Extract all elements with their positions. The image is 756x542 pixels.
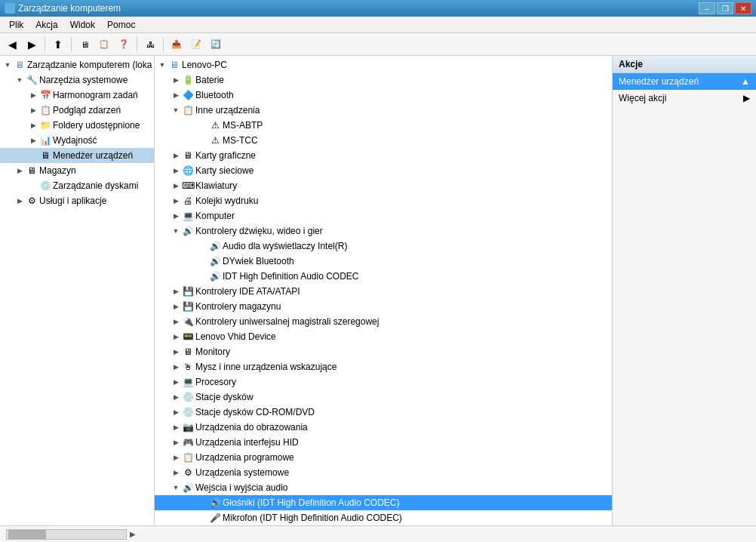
mid-item-drives[interactable]: ▶ 💿 Stacje dysków: [155, 390, 612, 405]
mid-item-mstcc[interactable]: ⚠ MS-TCC: [155, 133, 612, 148]
action-more[interactable]: Więcej akcji ▶: [613, 90, 756, 106]
minimize-button[interactable]: –: [699, 2, 715, 14]
bluetooth-icon: 🔷: [182, 89, 194, 101]
mid-item-mouse[interactable]: ▶ 🖱 Mysz i inne urządzenia wskazujące: [155, 359, 612, 374]
mid-item-keyboard[interactable]: ▶ ⌨ Klawiatury: [155, 178, 612, 193]
left-item-disk[interactable]: 💿 Zarządzanie dyskami: [0, 178, 154, 193]
expand-graphics[interactable]: ▶: [170, 149, 182, 162]
expand-software-dev[interactable]: ▶: [170, 451, 182, 463]
left-item-storage[interactable]: ▶ 🖥 Magazyn: [0, 163, 154, 178]
mid-item-software-dev[interactable]: ▶ 📋 Urządzenia programowe: [155, 450, 612, 465]
mid-item-cdrom[interactable]: ▶ 💿 Stacje dysków CD-ROM/DVD: [155, 405, 612, 420]
expand-device-manager[interactable]: [27, 149, 39, 162]
mid-item-other-devices[interactable]: ▼ 📋 Inne urządzenia: [155, 103, 612, 118]
menu-view[interactable]: Widok: [64, 18, 101, 32]
back-button[interactable]: ◀: [3, 35, 21, 54]
mid-item-lenovo-vhid[interactable]: ▶ 📟 Lenovo Vhid Device: [155, 329, 612, 344]
mid-item-network[interactable]: ▶ 🌐 Karty sieciowe: [155, 163, 612, 178]
expand-msabtp: [197, 119, 209, 131]
left-item-events[interactable]: ▶ 📋 Podgląd zdarzeń: [0, 103, 154, 118]
expand-usb[interactable]: ▶: [170, 316, 182, 328]
storage-icon: 🖥: [26, 165, 38, 177]
up-button[interactable]: ⬆: [49, 35, 67, 54]
expand-root[interactable]: ▼: [2, 59, 14, 71]
left-root[interactable]: ▼ 🖥 Zarządzanie komputerem (loka: [0, 57, 154, 72]
menu-help[interactable]: Pomoc: [101, 18, 141, 32]
mid-item-hid[interactable]: ▶ 🎮 Urządzenia interfejsu HID: [155, 435, 612, 450]
expand-bluetooth[interactable]: ▶: [170, 89, 182, 101]
mid-item-audio-ctrl[interactable]: ▼ 🔊 Kontrolery dźwięku, wideo i gier: [155, 223, 612, 239]
scroll-right-btn[interactable]: ▶: [127, 528, 139, 540]
mid-item-bt-audio[interactable]: 🔊 DYwiek Bluetooth: [155, 254, 612, 269]
left-item-scheduler[interactable]: ▶ 📅 Harmonogram zadań: [0, 88, 154, 103]
left-item-services[interactable]: ▶ ⚙ Usługi i aplikacje: [0, 193, 154, 208]
mid-item-sys-dev[interactable]: ▶ ⚙ Urządzenia systemowe: [155, 465, 612, 480]
refresh-button[interactable]: 🔄: [207, 35, 225, 54]
left-item-performance[interactable]: ▶ 📊 Wydajność: [0, 133, 154, 148]
scrollbar-thumb[interactable]: [8, 530, 46, 539]
menu-action[interactable]: Akcja: [29, 18, 63, 32]
expand-storage[interactable]: ▶: [14, 165, 26, 177]
close-button[interactable]: ✕: [735, 2, 751, 14]
expand-computer[interactable]: ▶: [170, 210, 182, 222]
mid-item-usb[interactable]: ▶ 🔌 Kontrolery uniwersalnej magistrali s…: [155, 314, 612, 329]
expand-keyboard[interactable]: ▶: [170, 180, 182, 192]
expand-mouse[interactable]: ▶: [170, 361, 182, 373]
mid-item-imaging[interactable]: ▶ 📷 Urządzenia do obrazowania: [155, 420, 612, 435]
mid-item-msabtp[interactable]: ⚠ MS-ABTP: [155, 118, 612, 133]
expand-ide[interactable]: ▶: [170, 285, 182, 297]
properties-button[interactable]: 📋: [95, 35, 113, 54]
forward-button[interactable]: ▶: [23, 35, 41, 54]
expand-other-devices[interactable]: ▼: [170, 104, 182, 116]
mid-item-monitors[interactable]: ▶ 🖥 Monitory: [155, 344, 612, 359]
expand-imaging[interactable]: ▶: [170, 421, 182, 433]
mid-item-computer[interactable]: ▶ 💻 Komputer: [155, 208, 612, 223]
mid-item-microphone[interactable]: 🎤 Mikrofon (IDT High Definition Audio CO…: [155, 510, 612, 525]
menu-file[interactable]: Plik: [3, 18, 29, 32]
mid-item-graphics[interactable]: ▶ 🖥 Karty graficzne: [155, 148, 612, 163]
help-button[interactable]: ❓: [115, 35, 133, 54]
expand-hid[interactable]: ▶: [170, 436, 182, 448]
expand-monitors[interactable]: ▶: [170, 346, 182, 358]
mid-item-print[interactable]: ▶ 🖨 Kolejki wydruku: [155, 193, 612, 208]
mid-item-battery[interactable]: ▶ 🔋 Baterie: [155, 72, 612, 88]
expand-tools[interactable]: ▼: [14, 74, 26, 86]
expand-audio-ctrl[interactable]: ▼: [170, 225, 182, 237]
export-button[interactable]: 📤: [167, 35, 186, 54]
middle-root[interactable]: ▼ 🖥 Lenovo-PC: [155, 57, 612, 72]
task-button[interactable]: 📝: [187, 35, 205, 54]
expand-events[interactable]: ▶: [27, 104, 39, 116]
expand-drives[interactable]: ▶: [170, 391, 182, 403]
expand-performance[interactable]: ▶: [27, 134, 39, 146]
mid-item-intel-audio[interactable]: 🔊 Audio dla wyświetlaczy Intel(R): [155, 239, 612, 254]
horizontal-scrollbar[interactable]: [6, 529, 127, 540]
expand-cdrom[interactable]: ▶: [170, 406, 182, 418]
mid-item-bluetooth[interactable]: ▶ 🔷 Bluetooth: [155, 88, 612, 103]
left-item-tools[interactable]: ▼ 🔧 Narzędzia systemowe: [0, 72, 154, 88]
expand-cpu[interactable]: ▶: [170, 376, 182, 388]
expand-scheduler[interactable]: ▶: [27, 89, 39, 101]
expand-network[interactable]: ▶: [170, 165, 182, 177]
mid-item-cpu[interactable]: ▶ 💻 Procesory: [155, 374, 612, 390]
expand-sys-dev[interactable]: ▶: [170, 467, 182, 479]
expand-storage-ctrl[interactable]: ▶: [170, 300, 182, 313]
mid-item-idt-audio[interactable]: 🔊 IDT High Definition Audio CODEC: [155, 269, 612, 284]
action-device-manager[interactable]: Menedżer urządzeń ▲: [613, 73, 756, 90]
expand-audio-io[interactable]: ▼: [170, 482, 182, 494]
expand-battery[interactable]: ▶: [170, 74, 182, 86]
mid-item-audio-io[interactable]: ▼ 🔊 Wejścia i wyjścia audio: [155, 480, 612, 495]
network-button[interactable]: 🖧: [141, 35, 159, 54]
expand-mid-root[interactable]: ▼: [156, 59, 168, 71]
mid-item-ide[interactable]: ▶ 💾 Kontrolery IDE ATA/ATAPI: [155, 284, 612, 299]
mid-item-storage-ctrl[interactable]: ▶ 💾 Kontrolery magazynu: [155, 299, 612, 314]
expand-folders[interactable]: ▶: [27, 119, 39, 131]
expand-lenovo-vhid[interactable]: ▶: [170, 331, 182, 343]
mid-item-speakers[interactable]: 🔊 Głośniki (IDT High Definition Audio CO…: [155, 495, 612, 510]
show-hide-button[interactable]: 🖥: [75, 35, 94, 54]
restore-button[interactable]: ❐: [717, 2, 733, 14]
left-item-folders[interactable]: ▶ 📁 Foldery udostępnione: [0, 118, 154, 133]
separator-4: [163, 37, 164, 52]
expand-services[interactable]: ▶: [14, 195, 26, 207]
expand-print[interactable]: ▶: [170, 195, 182, 207]
left-item-device-manager[interactable]: 🖥 Menedżer urządzeń: [0, 148, 154, 163]
